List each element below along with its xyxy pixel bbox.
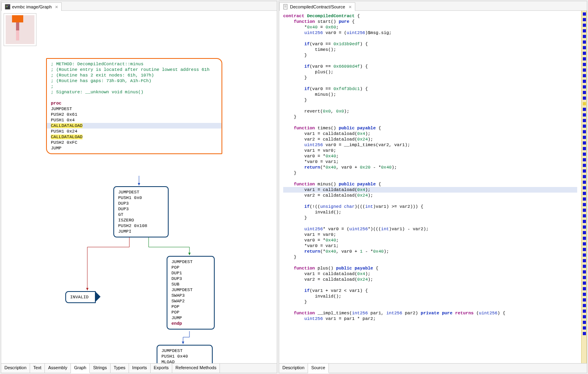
graph-node-1[interactable]: JUMPDEST PUSH1 0x0 DUP3 DUP3 GT ISZERO P… [113, 186, 169, 237]
graph-node-proc[interactable]: ; METHOD: DecompiledContract::minus ; (R… [46, 58, 222, 154]
marker-gutter[interactable] [581, 11, 587, 363]
graph-panel: evmbc image/Graph ✕ [1, 1, 277, 373]
bottom-tab-imports[interactable]: Imports [129, 364, 151, 373]
tab-title: DecompiledContract/Source [290, 4, 345, 9]
bottom-tab-description[interactable]: Description [1, 364, 30, 373]
bottom-tab-text[interactable]: Text [30, 364, 45, 373]
source-panel: DecompiledContract/Source ✕ contract Dec… [279, 1, 587, 373]
bottom-tab-strings[interactable]: Strings [90, 364, 110, 373]
minimap[interactable] [4, 13, 36, 46]
svg-rect-5 [7, 6, 8, 7]
bottom-tab-types[interactable]: Types [111, 364, 129, 373]
svg-rect-4 [6, 6, 7, 7]
file-icon [283, 4, 288, 10]
svg-rect-2 [7, 5, 8, 6]
tab-title: evmbc image/Graph [12, 4, 52, 9]
right-tab-bar: DecompiledContract/Source ✕ [279, 1, 587, 11]
bottom-tab-exports[interactable]: Exports [151, 364, 172, 373]
graph-node-2[interactable]: JUMPDEST POP DUP1 DUP3 SUB JUMPDEST SWAP… [167, 256, 215, 330]
left-tab-bar: evmbc image/Graph ✕ [1, 1, 277, 11]
tab-source[interactable]: DecompiledContract/Source ✕ [279, 2, 355, 11]
bottom-tab-description[interactable]: Description [279, 364, 308, 373]
close-icon[interactable]: ✕ [348, 5, 352, 9]
graph-content[interactable]: ; METHOD: DecompiledContract::minus ; (R… [1, 11, 277, 363]
right-bottom-tabs: DescriptionSource [279, 363, 587, 373]
close-icon[interactable]: ✕ [55, 5, 58, 9]
svg-rect-1 [6, 5, 7, 6]
bottom-tab-referenced-methods[interactable]: Referenced Methods [172, 364, 220, 373]
tab-graph[interactable]: evmbc image/Graph ✕ [1, 2, 62, 11]
bottom-tab-graph[interactable]: Graph [71, 364, 90, 373]
graph-node-3[interactable]: JUMPDEST PUSH1 0x40 MLOAD SWAP1 [157, 345, 213, 363]
svg-rect-3 [8, 5, 9, 6]
source-content: contract DecompiledContract { function s… [279, 11, 587, 363]
graph-node-invalid[interactable]: INVALID [65, 291, 96, 303]
bottom-tab-assembly[interactable]: Assembly [45, 364, 71, 373]
bottom-tab-source[interactable]: Source [308, 364, 329, 373]
evm-icon [5, 4, 10, 10]
svg-rect-6 [284, 4, 287, 9]
left-bottom-tabs: DescriptionTextAssemblyGraphStringsTypes… [1, 363, 277, 373]
source-editor[interactable]: contract DecompiledContract { function s… [279, 11, 581, 363]
